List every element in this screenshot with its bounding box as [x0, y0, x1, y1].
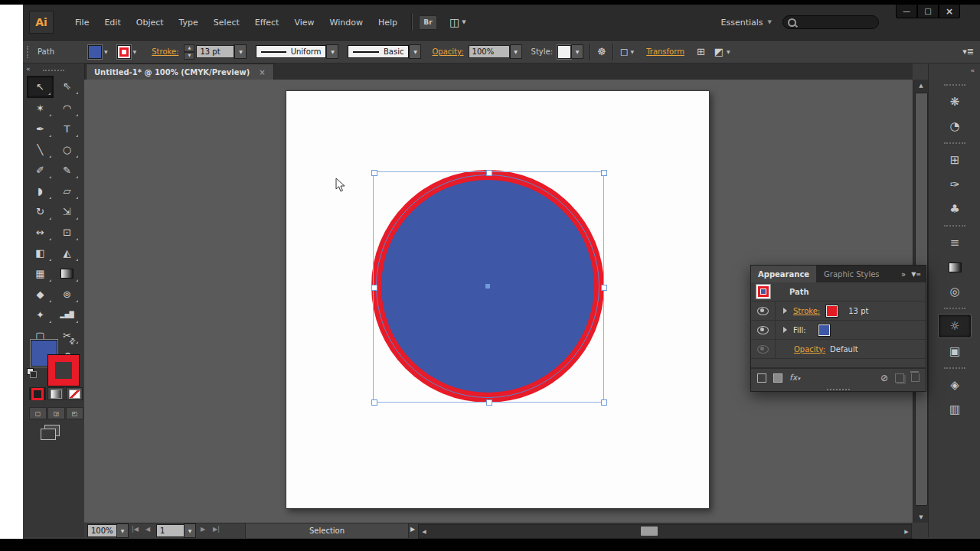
stroke-attribute-row[interactable]: Stroke: 13 pt	[751, 302, 926, 321]
menu-help[interactable]: Help	[371, 13, 405, 32]
free-transform-tool[interactable]: ⊡	[54, 222, 80, 243]
handle-middle-left[interactable]	[371, 285, 377, 291]
direct-selection-tool[interactable]: ⇖	[54, 76, 80, 96]
status-indicator[interactable]: Selection	[245, 523, 409, 538]
artboard-number-input[interactable]: 1	[156, 524, 187, 537]
menu-window[interactable]: Window	[322, 13, 371, 32]
maximize-button[interactable]: □	[917, 5, 939, 18]
mesh-tool[interactable]: ▦	[27, 263, 54, 284]
panel-resize-gripper[interactable]	[827, 389, 850, 390]
minimize-button[interactable]: —	[896, 5, 917, 18]
chevron-down-icon[interactable]: ▼	[631, 49, 635, 54]
handle-bottom-center[interactable]	[486, 399, 492, 406]
perspective-grid-tool[interactable]: ◭	[54, 243, 80, 263]
collapse-panel-icon[interactable]: »	[901, 270, 906, 279]
fill-attribute-row[interactable]: Fill:	[751, 321, 926, 340]
swatches-panel-icon[interactable]: ⊞	[939, 148, 971, 171]
step-down-icon[interactable]: ▼	[184, 52, 194, 60]
change-screen-mode-icon[interactable]	[44, 425, 60, 436]
add-new-fill-icon[interactable]	[773, 373, 782, 383]
bridge-button[interactable]: Br	[419, 15, 437, 30]
artboards-panel-icon[interactable]: ▥	[939, 398, 971, 421]
zoom-level-input[interactable]: 100%	[87, 524, 119, 537]
graphic-style-swatch[interactable]	[557, 45, 571, 59]
scroll-right-icon[interactable]: ▶	[901, 525, 912, 538]
close-button[interactable]: ×	[939, 5, 960, 18]
lasso-tool[interactable]: ◠	[54, 98, 80, 119]
transform-panel-link[interactable]: Transform	[646, 47, 684, 56]
gradient-button[interactable]	[47, 387, 64, 400]
handle-top-left[interactable]	[371, 170, 377, 176]
stroke-color-chip[interactable]	[826, 305, 838, 317]
artboard-dropdown[interactable]: ▼	[184, 523, 196, 538]
column-graph-tool[interactable]: ▂▅█	[54, 305, 80, 325]
width-tool[interactable]: ↭	[27, 222, 54, 243]
stroke-link[interactable]: Stroke:	[793, 307, 820, 315]
scroll-down-icon[interactable]: ▼	[913, 511, 929, 523]
stroke-swatch[interactable]	[48, 355, 79, 386]
pencil-tool[interactable]: ✎	[54, 160, 80, 181]
visibility-eye-icon[interactable]	[757, 307, 769, 315]
previous-artboard-icon[interactable]: ◀	[145, 526, 150, 533]
tab-graphic-styles[interactable]: Graphic Styles	[816, 270, 887, 279]
opacity-attribute-row[interactable]: Opacity: Default	[751, 340, 926, 359]
opacity-input[interactable]: 100%	[469, 45, 510, 58]
brush-definition-select[interactable]: Basic	[348, 45, 409, 58]
scroll-left-icon[interactable]: ◀	[419, 525, 430, 538]
dock-gripper[interactable]	[944, 367, 965, 369]
symbols-panel-icon[interactable]: ♣	[939, 197, 971, 220]
paintbrush-tool[interactable]: ✐	[27, 160, 54, 181]
selection-tool[interactable]: ↖	[27, 76, 54, 98]
dock-gripper[interactable]	[944, 84, 965, 86]
gradient-panel-icon[interactable]	[939, 256, 971, 279]
appearance-item-row[interactable]: Path	[751, 282, 926, 302]
fill-color-swatch[interactable]	[88, 45, 102, 59]
expand-dock-icon[interactable]: «	[970, 67, 975, 74]
menu-view[interactable]: View	[286, 13, 322, 32]
handle-bottom-right[interactable]	[601, 399, 607, 406]
gradient-tool[interactable]	[54, 263, 80, 284]
none-button[interactable]	[66, 387, 83, 400]
shape-builder-tool[interactable]: ◧	[27, 243, 54, 263]
document-tab[interactable]: Untitled-1* @ 100% (CMYK/Preview) ×	[86, 64, 274, 80]
opacity-dropdown[interactable]: ▼	[510, 44, 522, 59]
visibility-eye-icon[interactable]	[757, 345, 769, 354]
last-artboard-icon[interactable]: ▶|	[213, 526, 220, 533]
dock-gripper[interactable]	[944, 308, 965, 309]
workspace-switcher[interactable]: Essentials ▼	[721, 18, 772, 28]
search-input[interactable]	[782, 15, 879, 29]
edit-colors-icon[interactable]: ◻	[620, 46, 629, 57]
control-panel-menu-icon[interactable]: ▾≣	[962, 47, 974, 57]
menu-effect[interactable]: Effect	[247, 13, 287, 32]
blend-tool[interactable]: ⊚	[54, 284, 80, 305]
horizontal-scroll-thumb[interactable]	[641, 527, 658, 536]
brush-dropdown[interactable]: ▼	[409, 44, 421, 59]
menu-object[interactable]: Object	[129, 13, 172, 32]
default-fill-stroke-icon[interactable]	[27, 368, 36, 377]
chevron-down-icon[interactable]: ▼	[104, 49, 108, 54]
menu-select[interactable]: Select	[206, 13, 247, 32]
step-up-icon[interactable]: ▲	[184, 44, 194, 52]
chevron-down-icon[interactable]: ▼	[727, 49, 730, 54]
style-dropdown[interactable]: ▼	[571, 44, 583, 59]
fill-color-chip[interactable]	[818, 324, 830, 336]
graphic-styles-panel-icon[interactable]: ▣	[939, 340, 971, 363]
recolor-artwork-icon[interactable]: ☸	[597, 46, 606, 57]
draw-behind-button[interactable]: ◲	[47, 407, 65, 419]
zoom-dropdown[interactable]: ▼	[116, 523, 129, 538]
eraser-tool[interactable]: ▱	[54, 181, 80, 201]
draw-inside-button[interactable]: ◰	[66, 407, 83, 419]
tab-appearance[interactable]: Appearance	[751, 266, 816, 282]
panel-menu-icon[interactable]: ▼≡	[911, 271, 921, 278]
ellipse-tool[interactable]: ○	[54, 139, 80, 160]
blob-brush-tool[interactable]: ◗	[27, 181, 54, 201]
panel-gripper[interactable]	[43, 70, 64, 71]
add-new-stroke-icon[interactable]	[757, 373, 766, 383]
magic-wand-tool[interactable]: ✶	[27, 98, 54, 119]
delete-item-icon[interactable]	[911, 373, 920, 382]
line-segment-tool[interactable]: ╲	[27, 139, 54, 160]
status-expand-icon[interactable]: ▶	[410, 526, 415, 533]
color-button[interactable]	[29, 387, 46, 400]
handle-top-right[interactable]	[601, 170, 607, 176]
panel-gripper[interactable]	[27, 46, 31, 58]
